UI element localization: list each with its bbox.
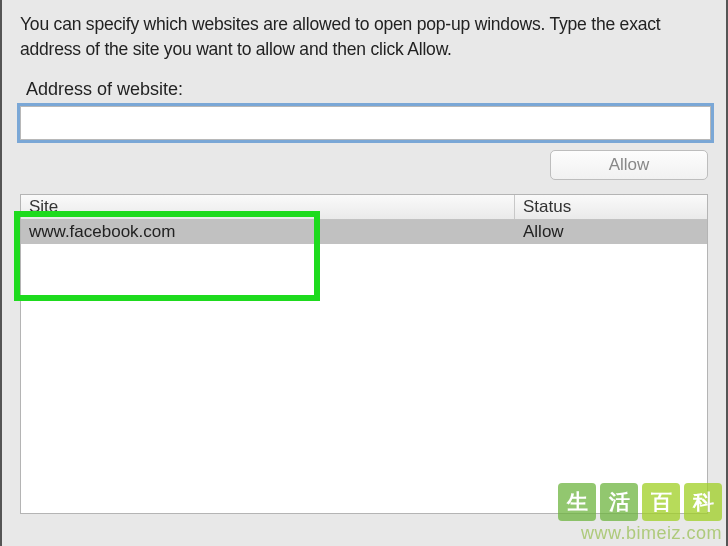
description-text: You can specify which websites are allow… <box>20 12 708 61</box>
cell-status: Allow <box>515 222 707 242</box>
column-header-status[interactable]: Status <box>515 195 707 219</box>
allow-button[interactable]: Allow <box>550 150 708 180</box>
watermark-url: www.bimeiz.com <box>558 523 722 544</box>
column-header-site[interactable]: Site <box>21 195 515 219</box>
table-row[interactable]: www.facebook.com Allow <box>21 220 707 244</box>
address-input[interactable] <box>20 106 711 140</box>
allowed-sites-table[interactable]: Site Status www.facebook.com Allow <box>20 194 708 514</box>
table-header: Site Status <box>21 195 707 220</box>
cell-site: www.facebook.com <box>21 222 515 242</box>
address-field-label: Address of website: <box>26 79 708 100</box>
